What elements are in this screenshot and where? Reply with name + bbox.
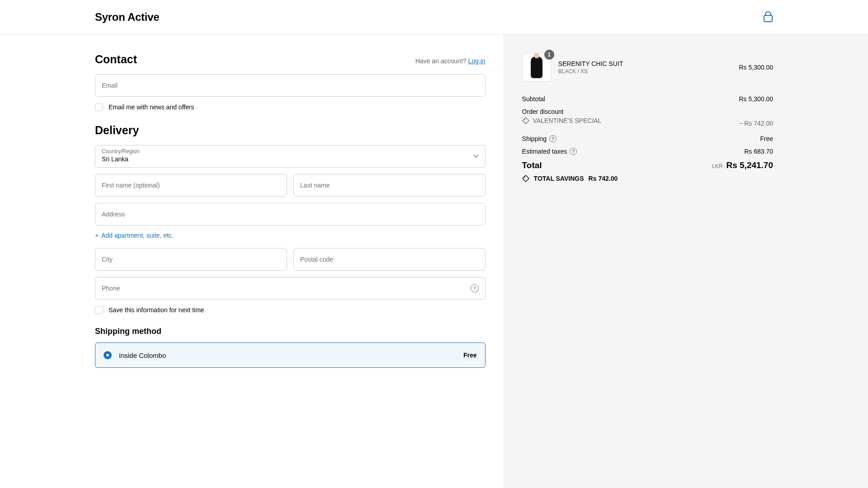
tag-icon [522, 117, 529, 124]
savings-label: TOTAL SAVINGS [534, 175, 584, 182]
svg-point-2 [524, 177, 524, 178]
country-label: Country/Region [102, 148, 139, 155]
brand-logo[interactable]: Syron Active [95, 11, 159, 23]
chevron-down-icon [473, 155, 479, 158]
header: Syron Active [0, 0, 868, 35]
help-icon[interactable]: ? [549, 135, 557, 142]
email-input[interactable] [95, 75, 485, 96]
svg-rect-0 [764, 15, 772, 22]
item-variant: BLACK / XS [558, 68, 732, 75]
discount-value: − Rs 742.00 [739, 120, 773, 127]
shipping-option-label: Inside Colombo [119, 352, 456, 359]
country-select[interactable]: Country/Region Sri Lanka [95, 145, 486, 168]
discount-code: VALENTINE'S SPECIAL [522, 117, 602, 124]
subtotal-value: Rs 5,300.00 [739, 95, 774, 103]
login-link[interactable]: Log in [468, 57, 485, 65]
city-field[interactable] [95, 248, 287, 271]
account-prompt: Have an account? Log in [415, 57, 486, 65]
shipping-value: Free [760, 135, 773, 142]
radio-selected-icon [104, 351, 112, 359]
subtotal-label: Subtotal [522, 95, 545, 103]
shipping-option[interactable]: Inside Colombo Free [95, 343, 486, 368]
order-summary: 1 SERENITY CHIC SUIT BLACK / XS Rs 5,300… [504, 35, 868, 488]
first-name-field[interactable] [95, 174, 287, 197]
delivery-title: Delivery [95, 124, 486, 137]
tag-icon [522, 175, 529, 182]
country-value: Sri Lanka [95, 145, 485, 167]
tax-value: Rs 683.70 [744, 148, 773, 155]
address-input[interactable] [95, 203, 485, 225]
bag-icon[interactable] [763, 11, 773, 23]
total-savings: TOTAL SAVINGS Rs 742.00 [522, 175, 773, 182]
checkout-form: Contact Have an account? Log in Email me… [0, 35, 504, 488]
savings-value: Rs 742.00 [589, 175, 618, 182]
help-icon[interactable]: ? [570, 148, 577, 155]
total-label: Total [522, 160, 542, 170]
shipping-method-title: Shipping method [95, 327, 486, 336]
shipping-label: Shipping [522, 135, 547, 142]
news-checkbox[interactable] [95, 103, 103, 111]
save-info-label: Save this information for next time [108, 306, 204, 314]
cart-item: 1 SERENITY CHIC SUIT BLACK / XS Rs 5,300… [522, 53, 773, 82]
discount-label: Order discount [522, 108, 564, 115]
phone-field[interactable]: ? [95, 277, 486, 300]
postal-input[interactable] [294, 249, 485, 270]
postal-field[interactable] [293, 248, 486, 271]
save-info-checkbox[interactable] [95, 306, 103, 314]
city-input[interactable] [95, 249, 287, 270]
svg-point-1 [524, 119, 524, 120]
email-field[interactable] [95, 74, 486, 97]
shipping-option-price: Free [463, 352, 477, 359]
add-apartment-button[interactable]: + Add apartment, suite, etc. [95, 232, 486, 239]
tax-label: Estimated taxes [522, 148, 567, 155]
phone-input[interactable] [95, 277, 485, 299]
quantity-badge: 1 [544, 50, 554, 60]
item-price: Rs 5,300.00 [739, 64, 774, 71]
last-name-field[interactable] [293, 174, 486, 197]
address-field[interactable] [95, 203, 486, 225]
last-name-input[interactable] [294, 174, 485, 196]
total-value: Rs 5,241.70 [726, 160, 773, 170]
product-thumbnail: 1 [522, 53, 551, 82]
total-currency: LKR [712, 163, 722, 169]
first-name-input[interactable] [95, 174, 287, 196]
plus-icon: + [95, 232, 99, 239]
help-icon[interactable]: ? [471, 284, 479, 292]
news-label: Email me with news and offers [108, 103, 194, 111]
contact-title: Contact [95, 53, 137, 66]
item-name: SERENITY CHIC SUIT [558, 60, 732, 67]
